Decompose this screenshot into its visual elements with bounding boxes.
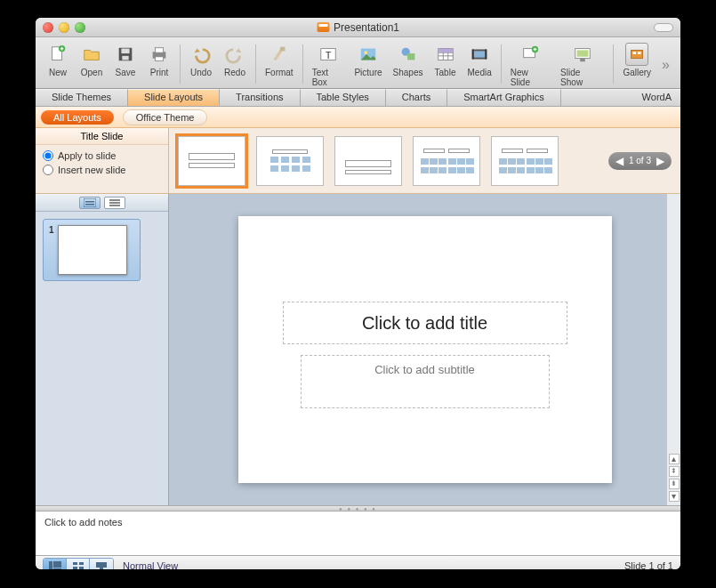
workspace: 1 Click to add title Click to add subtit…	[36, 194, 680, 505]
notes-splitter[interactable]: ● ● ● ● ●	[36, 505, 680, 511]
next-slide-button[interactable]: ▾	[669, 491, 680, 502]
save-button[interactable]: Save	[109, 41, 142, 79]
tab-charts[interactable]: Charts	[386, 89, 447, 106]
tab-slide-themes[interactable]: Slide Themes	[36, 89, 128, 106]
slide-thumbnail-list: 1	[36, 212, 168, 288]
presentation-file-icon	[317, 22, 329, 32]
new-button[interactable]: New	[41, 41, 75, 79]
svg-rect-28	[638, 52, 641, 54]
titlebar: Presentation1	[36, 18, 680, 37]
toolbar-separator	[613, 44, 614, 84]
redo-button[interactable]: Redo	[218, 41, 252, 79]
app-window: Presentation1 New Open Save Print Undo R…	[36, 18, 680, 569]
layout-thumb-two-content[interactable]	[413, 136, 480, 186]
navigator-view-tabs	[36, 194, 168, 212]
svg-point-12	[364, 51, 367, 54]
svg-rect-30	[85, 201, 94, 203]
print-button[interactable]: Print	[142, 41, 176, 79]
window-title: Presentation1	[317, 21, 399, 34]
vertical-scrollbar[interactable]: ▴ ⇞ ⇟ ▾	[666, 194, 680, 505]
pager-label: 1 of 3	[629, 156, 651, 165]
nav-slides-tab[interactable]	[79, 197, 101, 209]
undo-button[interactable]: Undo	[184, 41, 218, 79]
pager-next-button[interactable]: ▶	[656, 155, 664, 167]
svg-rect-19	[472, 50, 474, 60]
format-button[interactable]: Format	[260, 41, 299, 79]
view-mode-label: Normal View	[123, 560, 178, 569]
svg-rect-34	[109, 205, 120, 206]
shapes-button[interactable]: Shapes	[388, 41, 429, 89]
tab-transitions[interactable]: Transitions	[220, 89, 300, 106]
svg-rect-7	[155, 57, 163, 61]
prev-slide-double-button[interactable]: ⇞	[669, 466, 680, 477]
svg-rect-36	[53, 561, 61, 568]
prev-slide-button[interactable]: ▴	[669, 454, 680, 464]
svg-rect-39	[79, 562, 84, 565]
slide-editor: Click to add title Click to add subtitle…	[169, 194, 680, 505]
slideshow-button[interactable]: Slide Show	[555, 41, 609, 89]
svg-rect-32	[109, 199, 120, 201]
svg-rect-27	[633, 52, 637, 54]
filter-office-theme[interactable]: Office Theme	[123, 109, 208, 125]
svg-rect-42	[96, 562, 107, 568]
svg-text:T: T	[325, 50, 331, 60]
view-mode-buttons	[43, 558, 114, 569]
new-slide-button[interactable]: New Slide	[505, 41, 555, 89]
gallery-button[interactable]: Gallery	[617, 41, 656, 79]
tab-table-styles[interactable]: Table Styles	[301, 89, 386, 106]
slide-count-label: Slide 1 of 1	[624, 560, 673, 569]
tab-smartart[interactable]: SmartArt Graphics	[447, 89, 560, 106]
slide-canvas[interactable]: Click to add title Click to add subtitle	[238, 216, 612, 483]
notes-pane[interactable]: Click to add notes	[36, 511, 680, 556]
slideshow-view-button[interactable]	[90, 559, 113, 569]
insert-new-slide-radio[interactable]: Insert new slide	[43, 165, 161, 175]
toolbar-separator	[302, 44, 303, 84]
svg-rect-31	[85, 204, 94, 205]
svg-rect-29	[84, 198, 96, 207]
main-toolbar: New Open Save Print Undo Redo Format TTe…	[36, 37, 680, 89]
picture-button[interactable]: Picture	[349, 41, 387, 89]
textbox-button[interactable]: TText Box	[307, 41, 350, 89]
tab-wordart[interactable]: WordA	[561, 89, 680, 106]
toolbar-overflow-button[interactable]: »	[656, 57, 675, 73]
layout-panel: Title Slide Apply to slide Insert new sl…	[36, 128, 680, 194]
layout-pager: ◀ 1 of 3 ▶	[608, 152, 672, 170]
minimize-window-button[interactable]	[59, 22, 69, 33]
pager-prev-button[interactable]: ◀	[615, 155, 623, 167]
sorter-view-button[interactable]	[67, 559, 90, 569]
filter-all-layouts[interactable]: All Layouts	[41, 110, 114, 125]
toolbar-pill-button[interactable]	[654, 23, 673, 32]
toolbar-separator	[501, 44, 502, 84]
tab-slide-layouts[interactable]: Slide Layouts	[128, 89, 220, 106]
notes-placeholder: Click to add notes	[44, 517, 122, 528]
layout-thumb-comparison[interactable]	[491, 136, 559, 186]
svg-rect-38	[73, 562, 77, 565]
svg-rect-33	[109, 202, 120, 204]
window-title-text: Presentation1	[334, 21, 399, 34]
normal-view-button[interactable]	[44, 559, 67, 569]
svg-rect-40	[73, 567, 77, 569]
svg-rect-24	[580, 59, 585, 62]
title-placeholder[interactable]: Click to add title	[283, 302, 567, 344]
table-button[interactable]: Table	[429, 41, 463, 89]
layout-thumb-picture-grid[interactable]	[256, 136, 324, 186]
svg-rect-16	[438, 49, 453, 53]
nav-outline-tab[interactable]	[104, 197, 125, 209]
svg-rect-6	[155, 48, 163, 53]
svg-rect-4	[122, 56, 128, 60]
subtitle-placeholder[interactable]: Click to add subtitle	[301, 355, 550, 408]
zoom-window-button[interactable]	[75, 22, 85, 33]
svg-rect-14	[407, 53, 414, 60]
apply-to-slide-radio[interactable]: Apply to slide	[43, 150, 161, 161]
open-button[interactable]: Open	[75, 41, 109, 79]
window-controls	[43, 22, 85, 33]
slide-thumbnail-1[interactable]: 1	[43, 219, 141, 281]
close-window-button[interactable]	[43, 22, 53, 33]
layout-thumb-title-slide[interactable]	[178, 136, 245, 186]
layout-thumbnails: ◀ 1 of 3 ▶	[169, 128, 680, 193]
layout-thumb-section-header[interactable]	[334, 136, 402, 186]
media-button[interactable]: Media	[463, 41, 497, 89]
next-slide-double-button[interactable]: ⇟	[669, 479, 680, 489]
svg-rect-8	[280, 47, 286, 52]
slide-thumbnail-image	[58, 225, 127, 275]
